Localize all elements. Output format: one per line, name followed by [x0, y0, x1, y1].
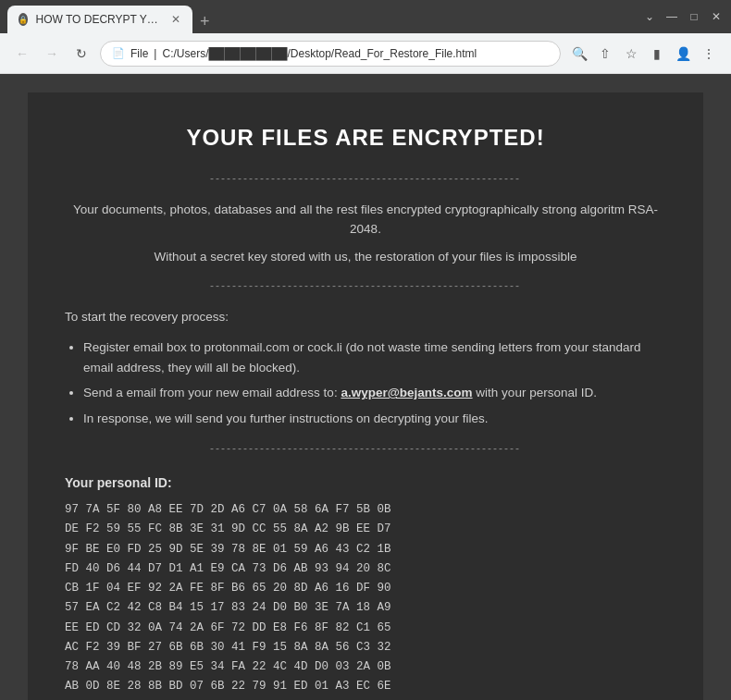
recovery-bullet-3: In response, we will send you further in… [83, 409, 666, 429]
search-icon[interactable]: 🔍 [568, 43, 590, 65]
title-bar: 🔒 HOW TO DECRYPT YOUR FILES ✕ + ⌄ — □ ✕ [0, 0, 731, 33]
address-protocol: File [130, 47, 148, 60]
address-separator: | [154, 47, 156, 60]
share-icon[interactable]: ⇧ [594, 43, 616, 65]
forward-button[interactable]: → [41, 43, 63, 65]
address-input[interactable]: 📄 File | C:/Users/██████████/Desktop/Rea… [100, 41, 561, 67]
close-button[interactable]: ✕ [709, 9, 724, 24]
recovery-bullet-2: Send a email from your new email address… [83, 383, 666, 403]
file-icon: 📄 [112, 47, 125, 59]
intro-line-1: Your documents, photos, databases and al… [65, 200, 666, 239]
email-address-1: a.wyper@bejants.com [341, 386, 472, 399]
browser-window: 🔒 HOW TO DECRYPT YOUR FILES ✕ + ⌄ — □ ✕ … [0, 0, 731, 700]
back-button[interactable]: ← [11, 43, 33, 65]
personal-id-label: Your personal ID: [65, 473, 666, 493]
page-content[interactable]: YOUR FILES ARE ENCRYPTED! --------------… [0, 74, 731, 700]
personal-id-block: 97 7A 5F 80 A8 EE 7D 2D A6 C7 0A 58 6A F… [65, 500, 666, 700]
recovery-intro: To start the recovery process: [65, 307, 666, 327]
page-inner: YOUR FILES ARE ENCRYPTED! --------------… [28, 92, 703, 700]
divider-2: ----------------------------------------… [65, 277, 666, 295]
toolbar-icons: 🔍 ⇧ ☆ ▮ 👤 ⋮ [568, 43, 720, 65]
intro-line-2: Without a secret key stored with us, the… [65, 247, 666, 267]
tab-bar: 🔒 HOW TO DECRYPT YOUR FILES ✕ + [7, 0, 638, 33]
main-title: YOUR FILES ARE ENCRYPTED! [65, 120, 666, 155]
tab-favicon: 🔒 [19, 13, 28, 26]
profile-icon[interactable]: 👤 [672, 43, 694, 65]
address-bar: ← → ↻ 📄 File | C:/Users/██████████/Deskt… [0, 33, 731, 74]
menu-icon[interactable]: ⋮ [698, 43, 720, 65]
chevron-icon: ⌄ [642, 9, 657, 24]
tab-title: HOW TO DECRYPT YOUR FILES [35, 13, 163, 26]
divider-1: ----------------------------------------… [65, 170, 666, 188]
minimize-button[interactable]: — [664, 9, 679, 24]
bookmark-icon[interactable]: ☆ [620, 43, 642, 65]
divider-3: ----------------------------------------… [65, 440, 666, 458]
active-tab[interactable]: 🔒 HOW TO DECRYPT YOUR FILES ✕ [7, 6, 192, 33]
recovery-bullet-1: Register email box to protonmail.com or … [83, 338, 666, 377]
maximize-button[interactable]: □ [687, 9, 701, 24]
window-controls: ⌄ — □ ✕ [642, 9, 724, 24]
tab-close-button[interactable]: ✕ [170, 12, 181, 27]
extension-icon[interactable]: ▮ [646, 43, 668, 65]
address-url: C:/Users/██████████/Desktop/Read_For_Res… [162, 47, 477, 60]
new-tab-button[interactable]: + [192, 12, 217, 31]
recovery-list: Register email box to protonmail.com or … [83, 338, 666, 428]
reload-button[interactable]: ↻ [70, 43, 93, 65]
